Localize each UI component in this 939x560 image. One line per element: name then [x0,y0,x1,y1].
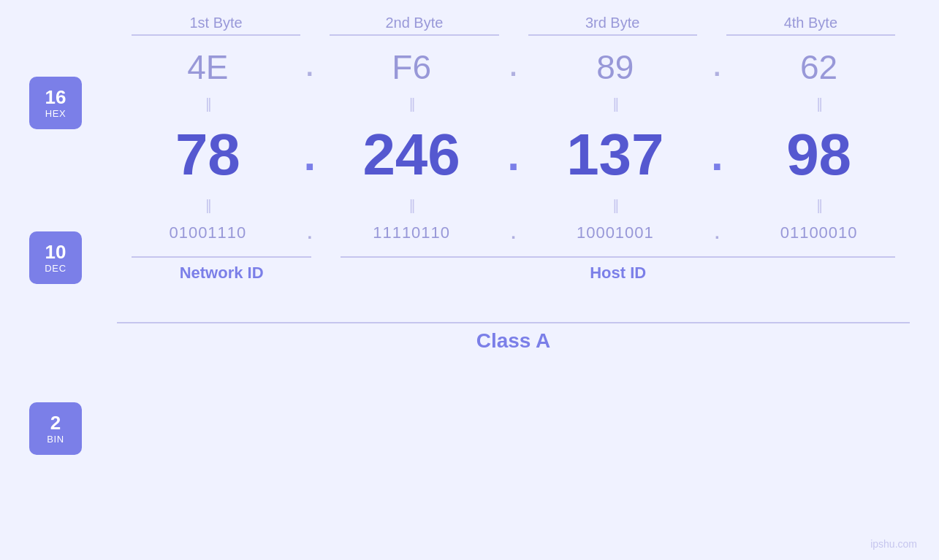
class-bracket-line [117,322,910,323]
bin-val-2: 11110110 [321,223,503,242]
hex-dot-3: . [706,52,728,83]
dec-dot-2: . [503,130,525,180]
class-row: Class A [117,322,910,353]
bin-badge-num: 2 [50,413,61,434]
host-bracket-line [341,256,895,258]
hex-badge: 16 HEX [29,77,82,129]
byte-header-3: 3rd Byte [514,15,712,40]
bin-row: 01001110 . 11110110 . 10001001 . 0110001… [117,215,910,250]
bin-val-3: 10001001 [525,223,707,242]
bin-dot-3: . [706,223,728,243]
hex-val-2: F6 [321,47,503,87]
bin-badge: 2 BIN [29,402,82,455]
byte-header-2: 2nd Byte [315,15,513,40]
rows-wrapper: 4E . F6 . 89 . 62 || || || || 78 [117,40,910,250]
id-labels-section: Network ID Host ID [117,256,910,300]
dec-val-1: 78 [117,121,299,188]
bin-val-1: 01001110 [117,223,299,242]
hex-dot-1: . [299,52,321,83]
dbl-bar-2b: || [321,197,503,214]
dec-val-4: 98 [728,121,910,188]
sep-row-2: || || || || [117,196,910,215]
dec-badge: 10 DEC [29,231,82,284]
host-id-label: Host ID [590,264,646,283]
dec-val-2: 246 [321,121,503,188]
byte-header-4: 4th Byte [712,15,910,40]
hex-badge-num: 16 [45,87,66,108]
dbl-bar-1c: || [525,96,707,112]
bin-badge-label: BIN [47,434,64,445]
sep-row-1: || || || || [117,94,910,114]
class-label: Class A [117,329,910,353]
bin-dot-1: . [299,223,321,243]
dec-badge-num: 10 [45,242,66,263]
bin-dot-2: . [503,223,525,243]
dbl-bar-1b: || [321,96,503,112]
dec-badge-label: DEC [45,263,66,274]
hex-badge-label: HEX [45,108,66,119]
network-id-section: Network ID [117,256,326,300]
badge-column: 16 HEX 10 DEC 2 BIN [29,0,82,560]
dec-val-3: 137 [525,121,707,188]
dec-row: 78 . 246 . 137 . 98 [117,114,910,196]
dbl-bar-2c: || [525,197,707,214]
hex-val-3: 89 [525,47,707,87]
dec-dot-1: . [299,130,321,180]
dbl-bar-2d: || [728,197,910,214]
hex-dot-2: . [503,52,525,83]
dbl-bar-1d: || [728,96,910,112]
byte-header-1: 1st Byte [117,15,315,40]
host-id-section: Host ID [326,256,910,300]
main-grid: 1st Byte 2nd Byte 3rd Byte 4th Byte 4E .… [117,15,910,353]
dbl-bar-2a: || [117,197,299,214]
bin-val-4: 01100010 [728,223,910,242]
main-container: 16 HEX 10 DEC 2 BIN 1st Byte 2nd Byte 3r… [0,0,939,560]
network-bracket-line [132,256,311,258]
hex-val-4: 62 [728,47,910,87]
hex-row: 4E . F6 . 89 . 62 [117,40,910,94]
hex-val-1: 4E [117,47,299,87]
dbl-bar-1a: || [117,96,299,112]
watermark: ipshu.com [870,538,917,550]
byte-headers-row: 1st Byte 2nd Byte 3rd Byte 4th Byte [117,15,910,40]
dec-dot-3: . [706,130,728,180]
network-id-label: Network ID [180,264,264,283]
